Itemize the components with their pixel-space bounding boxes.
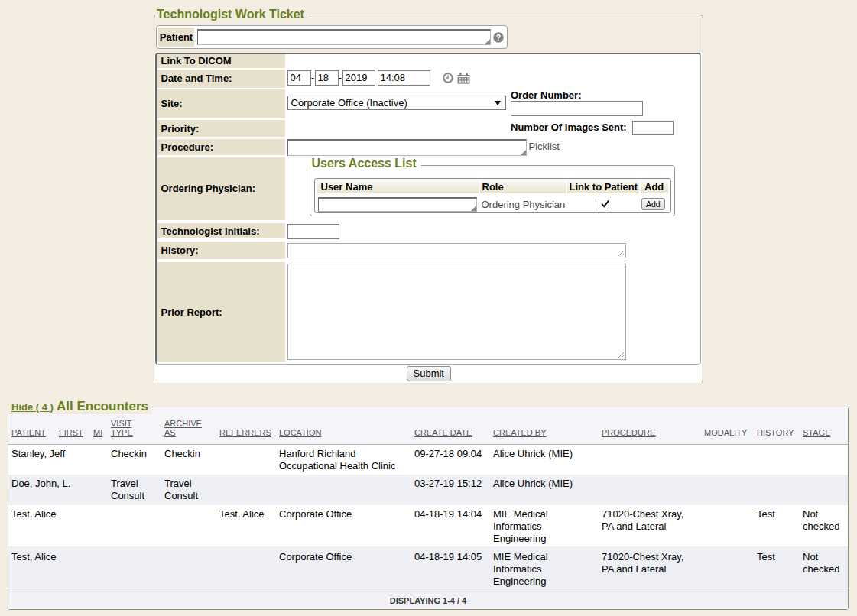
svg-text:?: ?	[495, 33, 500, 42]
